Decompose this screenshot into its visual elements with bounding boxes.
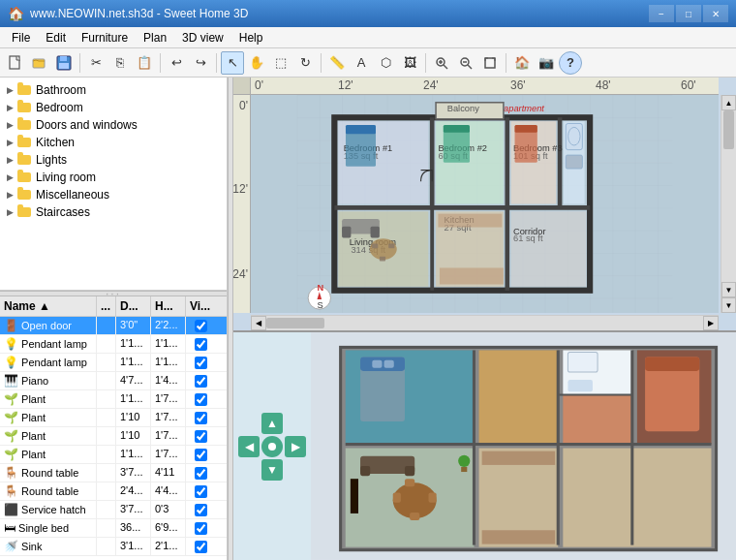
- table-row[interactable]: 🪑 Round table 3'7... 4'11: [0, 464, 227, 482]
- zoom-rect-tool[interactable]: ⬚: [269, 51, 292, 75]
- visibility-checkbox[interactable]: [195, 522, 207, 535]
- cut-button[interactable]: ✂: [84, 51, 107, 75]
- copy-button[interactable]: ⎘: [108, 51, 132, 75]
- category-bathroom[interactable]: ▶ Bathroom: [0, 81, 227, 99]
- measure-tool[interactable]: 📏: [325, 51, 349, 75]
- category-bedroom[interactable]: ▶ Bedroom: [0, 99, 227, 116]
- zoom-in-button[interactable]: [430, 51, 453, 75]
- visibility-checkbox[interactable]: [195, 338, 207, 351]
- col-depth[interactable]: D...: [116, 296, 151, 316]
- camera-button[interactable]: 📷: [535, 51, 558, 75]
- svg-rect-4: [59, 63, 69, 69]
- table-row[interactable]: 🎹 Piano 4'7... 1'4...: [0, 372, 227, 390]
- menu-3dview[interactable]: 3D view: [174, 29, 231, 47]
- table-row[interactable]: 🛏 Single bed 36... 6'9...: [0, 519, 227, 538]
- menu-furniture[interactable]: Furniture: [74, 29, 136, 47]
- paste-button[interactable]: 📋: [133, 51, 156, 75]
- maximize-button[interactable]: □: [676, 5, 701, 22]
- visibility-checkbox[interactable]: [195, 412, 207, 424]
- poly-tool[interactable]: ⬡: [374, 51, 397, 75]
- table-row[interactable]: 🌱 Plant 1'1... 1'7...: [0, 390, 227, 409]
- nav-down-button[interactable]: ▼: [261, 459, 283, 481]
- table-row[interactable]: 🌱 Plant 1'1... 1'7...: [0, 446, 227, 464]
- category-label: Kitchen: [36, 136, 75, 149]
- scroll-down-btn[interactable]: ▼: [721, 282, 736, 297]
- table-row[interactable]: ⬛ Service hatch 3'7... 0'3: [0, 501, 227, 519]
- svg-line-6: [444, 65, 447, 69]
- text-tool[interactable]: A: [350, 51, 373, 75]
- scroll-up-btn[interactable]: ▲: [721, 95, 736, 110]
- table-row[interactable]: 💡 Pendant lamp 1'1... 1'1...: [0, 335, 227, 354]
- nav-right-button[interactable]: ▶: [285, 436, 306, 457]
- scroll-thumb-h[interactable]: [266, 318, 324, 328]
- category-doors[interactable]: ▶ Doors and windows: [0, 116, 227, 134]
- menu-file[interactable]: File: [4, 29, 38, 47]
- nav-left-button[interactable]: ◀: [238, 436, 260, 457]
- col-dots[interactable]: ...: [97, 296, 116, 316]
- col-name[interactable]: Name ▲: [0, 296, 97, 316]
- table-row[interactable]: 🚿 Sink 3'1... 2'1...: [0, 538, 227, 556]
- sep2: [160, 53, 161, 73]
- col-height[interactable]: H...: [151, 296, 186, 316]
- scroll-right-btn[interactable]: ▶: [703, 316, 719, 330]
- open-button[interactable]: [28, 51, 51, 75]
- category-label: Bathroom: [36, 83, 86, 97]
- view-2d[interactable]: 0' 12' 24' 36' 48' 60' 0' 12' 24': [233, 78, 736, 332]
- table-row[interactable]: 🪑 Round table 2'4... 4'4...: [0, 482, 227, 501]
- category-lights[interactable]: ▶ Lights: [0, 151, 227, 169]
- visibility-checkbox[interactable]: [195, 449, 207, 461]
- category-living-room[interactable]: ▶ Living room: [0, 169, 227, 186]
- menu-edit[interactable]: Edit: [38, 29, 74, 47]
- svg-rect-96: [482, 451, 556, 465]
- new-button[interactable]: [4, 51, 27, 75]
- table-body: 🚪 Open door 3'0" 2'2... 💡 Pendant lamp 1…: [0, 317, 227, 560]
- visibility-checkbox[interactable]: [195, 430, 207, 443]
- category-staircases[interactable]: ▶ Staircases: [0, 203, 227, 221]
- undo-button[interactable]: ↩: [165, 51, 188, 75]
- visibility-checkbox[interactable]: [195, 375, 207, 388]
- scroll-left-btn[interactable]: ◀: [251, 316, 266, 330]
- col-visible[interactable]: Vi...: [186, 296, 215, 316]
- zoom-out-button[interactable]: [454, 51, 477, 75]
- nav-up-button[interactable]: ▲: [261, 413, 283, 434]
- menu-plan[interactable]: Plan: [136, 29, 174, 47]
- svg-rect-87: [428, 492, 436, 502]
- scroll-thumb[interactable]: [723, 110, 734, 149]
- close-button[interactable]: ✕: [703, 5, 728, 22]
- table-row[interactable]: 🌱 Plant 1'10 1'7...: [0, 427, 227, 446]
- ruler-horizontal: 0' 12' 24' 36' 48' 60': [251, 78, 719, 95]
- visibility-checkbox[interactable]: [195, 504, 207, 516]
- scrollbar-vertical-2d[interactable]: ▲ ▼ ▼: [721, 95, 736, 313]
- category-tree[interactable]: ▶ Bathroom ▶ Bedroom ▶ Doors and windows…: [0, 78, 227, 291]
- visibility-checkbox[interactable]: [195, 485, 207, 498]
- help-button[interactable]: ?: [559, 51, 582, 75]
- table-row[interactable]: 🌱 Plant 1'10 1'7...: [0, 409, 227, 427]
- table-row[interactable]: 🚪 Open door 3'0" 2'2...: [0, 317, 227, 335]
- redo-button[interactable]: ↪: [189, 51, 212, 75]
- visibility-checkbox[interactable]: [195, 467, 207, 480]
- view-3d-canvas[interactable]: [311, 332, 736, 560]
- rotate-tool[interactable]: ↻: [293, 51, 317, 75]
- select-tool[interactable]: ↖: [221, 51, 244, 75]
- pan-tool[interactable]: ✋: [245, 51, 268, 75]
- visibility-checkbox[interactable]: [195, 320, 207, 332]
- img-tool[interactable]: 🖼: [398, 51, 421, 75]
- visibility-checkbox[interactable]: [195, 541, 207, 553]
- visibility-checkbox[interactable]: [195, 357, 207, 369]
- fit-view-button[interactable]: [478, 51, 502, 75]
- scrollbar-horizontal-2d[interactable]: ◀ ▶: [251, 315, 719, 330]
- category-misc[interactable]: ▶ Miscellaneous: [0, 186, 227, 203]
- 3d-top-button[interactable]: 🏠: [510, 51, 534, 75]
- save-button[interactable]: [52, 51, 76, 75]
- svg-rect-47: [380, 257, 385, 262]
- category-kitchen[interactable]: ▶ Kitchen: [0, 134, 227, 151]
- scroll-bottom-btn[interactable]: ▼: [721, 297, 736, 313]
- row-icon: 🌱: [4, 448, 18, 461]
- svg-rect-91: [384, 360, 394, 368]
- minimize-button[interactable]: −: [649, 5, 674, 22]
- visibility-checkbox[interactable]: [195, 393, 207, 406]
- menu-help[interactable]: Help: [231, 29, 271, 47]
- floor-plan-canvas[interactable]: Three bedroom apartment: [251, 95, 719, 313]
- table-row[interactable]: 💡 Pendant lamp 1'1... 1'1...: [0, 354, 227, 372]
- sep5: [425, 53, 426, 73]
